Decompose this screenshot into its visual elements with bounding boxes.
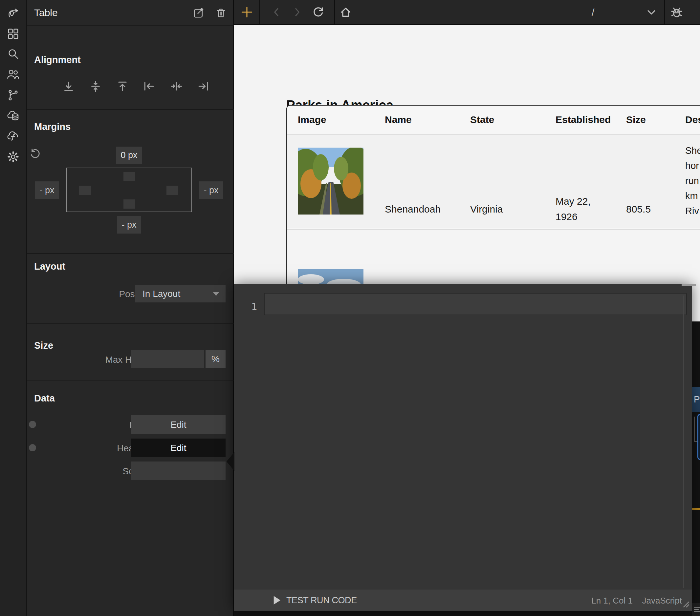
section-divider	[27, 109, 234, 110]
max-height-input[interactable]	[131, 350, 204, 368]
line-number: 1	[248, 301, 260, 312]
add-component-button[interactable]	[238, 4, 255, 21]
margin-top-handle[interactable]	[123, 172, 135, 181]
highlight-divider	[692, 508, 700, 510]
section-divider	[27, 380, 234, 381]
inspector-panel: Table Alignment M	[27, 0, 234, 616]
column-header: Name	[385, 114, 412, 125]
column-header: Size	[626, 114, 646, 125]
forward-icon[interactable]	[289, 4, 306, 21]
margin-bottom-value[interactable]: - px	[117, 216, 141, 233]
cell-established-line2: 1926	[555, 211, 577, 222]
code-editor-panel: 1 TEST RUN CODE Ln 1, Col 1 JavaScript	[234, 284, 692, 611]
reload-icon[interactable]	[310, 4, 327, 21]
cursor-position: Ln 1, Col 1	[591, 596, 633, 606]
position-select[interactable]: In Layout	[135, 285, 226, 303]
git-branch-icon[interactable]	[4, 87, 22, 104]
code-input-line[interactable]	[264, 293, 687, 315]
settings-gear-icon[interactable]	[4, 148, 22, 165]
logo-icon[interactable]	[4, 4, 22, 22]
preview-toolbar: /	[234, 0, 700, 25]
section-divider	[27, 25, 234, 26]
align-right-icon[interactable]	[196, 79, 211, 94]
toolbar-divider	[259, 0, 260, 24]
toolbar-divider	[664, 0, 665, 24]
users-icon[interactable]	[4, 66, 22, 83]
debug-bug-icon[interactable]	[668, 4, 685, 21]
align-top-icon[interactable]	[115, 79, 130, 94]
items-binding-dot[interactable]	[29, 421, 36, 428]
selected-node-outline[interactable]	[697, 414, 700, 460]
url-path[interactable]: /	[592, 7, 594, 18]
reset-margins-icon[interactable]	[28, 147, 42, 161]
data-heading: Data	[34, 393, 55, 404]
dashboard-icon[interactable]	[4, 25, 22, 42]
align-left-icon[interactable]	[141, 79, 157, 94]
max-height-unit[interactable]: %	[205, 350, 226, 368]
margin-left-handle[interactable]	[79, 185, 91, 195]
cloud-function-icon[interactable]	[4, 128, 22, 145]
headers-edit-button[interactable]: Edit	[131, 438, 226, 457]
margin-right-value[interactable]: - px	[199, 181, 223, 199]
cell-name: Shenandoah	[385, 204, 441, 215]
section-divider	[27, 253, 234, 254]
test-run-code-button[interactable]: TEST RUN CODE	[286, 595, 357, 605]
resize-handle[interactable]	[683, 601, 690, 609]
chevron-down-icon	[213, 292, 219, 296]
margin-right-handle[interactable]	[166, 185, 178, 195]
left-icon-rail	[0, 0, 27, 616]
margin-left-value[interactable]: - px	[35, 181, 59, 199]
section-divider	[27, 323, 234, 324]
play-icon[interactable]	[273, 595, 281, 606]
language-badge[interactable]: JavaScript	[642, 596, 682, 606]
chevron-down-icon[interactable]	[643, 4, 660, 21]
cloud-database-icon[interactable]	[4, 107, 22, 124]
margin-bottom-handle[interactable]	[123, 200, 135, 209]
drawer-tab-label: Pa	[694, 394, 700, 405]
margins-heading: Margins	[34, 121, 71, 132]
cell-size: 805.5	[626, 204, 651, 215]
app-window: Table Alignment M	[0, 0, 700, 616]
cell-established-line1: May 22,	[555, 196, 591, 207]
inspector-header: Table	[27, 0, 233, 25]
items-edit-button[interactable]: Edit	[131, 415, 226, 434]
back-icon[interactable]	[268, 4, 285, 21]
column-header: Established	[555, 114, 611, 125]
column-header: Image	[298, 114, 326, 125]
margin-top-value[interactable]: 0 px	[116, 146, 142, 164]
edit-element-button[interactable]	[192, 6, 205, 20]
column-header: State	[470, 114, 494, 125]
column-header: Description	[685, 114, 700, 125]
home-icon[interactable]	[337, 4, 354, 21]
editor-scrollbar-track[interactable]	[683, 296, 684, 588]
drawer-tab[interactable]: Pa	[692, 387, 700, 412]
sorting-input[interactable]	[131, 462, 226, 480]
headers-binding-dot[interactable]	[29, 444, 36, 451]
alignment-heading: Alignment	[34, 54, 81, 65]
size-heading: Size	[34, 340, 53, 351]
table-row[interactable]: Shenandoah Virginia May 22, 1926 805.5 S…	[287, 134, 700, 228]
shenandoah-road-photo	[298, 147, 363, 215]
delete-element-button[interactable]	[214, 6, 228, 20]
layout-heading: Layout	[34, 261, 65, 272]
drawer-footer	[692, 603, 700, 616]
code-editor-statusbar: TEST RUN CODE Ln 1, Col 1 JavaScript	[234, 589, 692, 611]
toolbar-divider	[334, 0, 335, 24]
list-lines-icon	[693, 606, 700, 613]
position-select-value: In Layout	[142, 288, 180, 299]
search-icon[interactable]	[4, 45, 22, 62]
selected-element-title: Table	[34, 7, 58, 18]
popover-arrow	[227, 452, 235, 471]
cell-description: She hor run km Riv	[685, 143, 700, 218]
align-vertical-center-icon[interactable]	[88, 79, 103, 94]
cell-state: Virginia	[470, 204, 503, 215]
editor-scrollbar-thumb[interactable]	[682, 284, 696, 286]
align-horizontal-center-icon[interactable]	[169, 79, 184, 94]
align-bottom-icon[interactable]	[61, 79, 76, 94]
